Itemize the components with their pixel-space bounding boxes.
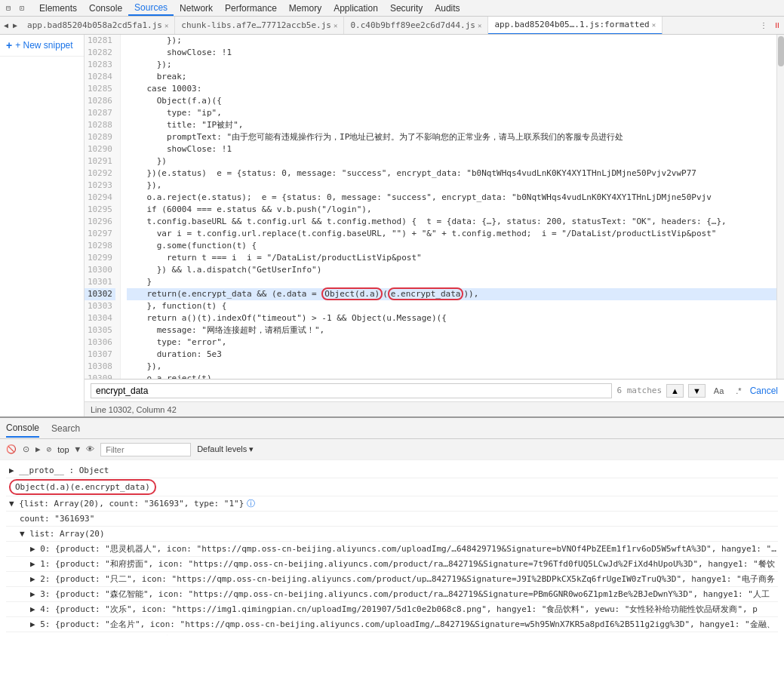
line-number-10285: 10285 <box>85 83 115 95</box>
vertical-scrollbar[interactable] <box>776 35 784 379</box>
code-line-10297: var i = t.config.url.replace(t.config.ba… <box>127 228 776 240</box>
highlight-oval-1: Object(d.a) <box>321 287 383 300</box>
code-line-10291: }) <box>127 155 776 167</box>
scrollbar-thumb[interactable] <box>778 36 784 66</box>
devtools-tabs: Elements Console Sources Network Perform… <box>33 1 781 16</box>
highlight-oval-2: e.encrypt_data <box>388 287 464 300</box>
search-input[interactable] <box>91 383 612 398</box>
bottom-tab-search[interactable]: Search <box>51 420 80 437</box>
default-levels-label[interactable]: Default levels ▾ <box>197 444 254 454</box>
line-number-10288: 10288 <box>85 119 115 131</box>
file-tab-1-close[interactable]: ✕ <box>334 22 337 29</box>
console-output[interactable]: ▶ __proto__ : ObjectObject(d.a)(e.encryp… <box>0 460 784 635</box>
code-line-10303: }, function(t) { <box>127 300 776 312</box>
file-tab-0[interactable]: app.bad85204b058a2cd5fa1.js ✕ <box>21 17 175 35</box>
line-number-10284: 10284 <box>85 71 115 83</box>
code-line-10292: })(e.status) e = {status: 0, message: "s… <box>127 167 776 180</box>
eye-icon[interactable]: 👁 <box>86 444 94 454</box>
line-number-10297: 10297 <box>85 228 115 240</box>
file-tab-3-close[interactable]: ✕ <box>652 21 656 29</box>
code-line-10293: }), <box>127 180 776 192</box>
file-nav-left: ◀ ▶ <box>0 21 21 29</box>
tab-elements[interactable]: Elements <box>33 2 83 15</box>
code-line-10288: title: "IP被封", <box>127 119 776 131</box>
tab-sources[interactable]: Sources <box>128 1 174 16</box>
info-icon: ⓘ <box>247 497 255 510</box>
inspect-icon[interactable]: ⊡ <box>17 3 27 14</box>
filetab-more[interactable]: ⋮ <box>757 21 770 29</box>
line-number-10298: 10298 <box>85 240 115 252</box>
bottom-toolbar: 🚫 ⊙ ▶ ⊘ top ▼ 👁 Default levels ▾ <box>0 439 784 460</box>
search-prev-button[interactable]: ▲ <box>666 384 684 398</box>
file-tab-1-label: chunk-libs.af7e…77712accb5e.js <box>181 20 331 30</box>
devtools-top-bar: ⊟ ⊡ Elements Console Sources Network Per… <box>0 0 784 17</box>
search-matchcase-button[interactable]: Aa <box>710 384 727 398</box>
execute-icon: ▶ <box>35 444 41 454</box>
line-number-10308: 10308 <box>85 361 115 373</box>
filetab-nav-left[interactable]: ◀ <box>2 21 11 29</box>
file-tabs-bar: ◀ ▶ app.bad85204b058a2cd5fa1.js ✕ chunk-… <box>0 17 784 35</box>
line-number-10289: 10289 <box>85 131 115 143</box>
search-cancel-button[interactable]: Cancel <box>750 386 778 396</box>
line-number-10286: 10286 <box>85 95 115 107</box>
code-line-10290: showClose: !1 <box>127 143 776 155</box>
code-line-10305: message: "网络连接超时，请稍后重试！", <box>127 324 776 336</box>
tab-application[interactable]: Application <box>327 2 384 15</box>
console-text-9: ▶ 4: {product: "次乐", icon: "https://img1… <box>30 603 778 616</box>
tab-memory[interactable]: Memory <box>283 2 327 15</box>
tab-console[interactable]: Console <box>83 2 128 15</box>
line-number-10295: 10295 <box>85 204 115 216</box>
clear-console-button[interactable]: 🚫 <box>6 444 17 454</box>
new-snippet-label: + New snippet <box>15 40 72 51</box>
line-number-10303: 10303 <box>85 300 115 312</box>
console-line-1: Object(d.a)(e.encrypt_data) <box>6 478 778 496</box>
top-of-console-button[interactable]: ⊙ <box>23 444 29 454</box>
line-numbers: 1028110282102831028410285102861028710288… <box>85 35 121 379</box>
console-obj-text: ▼ {list: Array(20), count: "361693", typ… <box>9 497 244 510</box>
console-text-10: ▶ 5: {product: "企名片", icon: "https://qmp… <box>30 618 778 631</box>
console-line-7: ▶ 2: {product: "只二", icon: "https://qmp.… <box>6 572 778 587</box>
dock-icon[interactable]: ⊟ <box>3 3 14 14</box>
console-text-6: ▶ 1: {product: "和府捞面", icon: "https://qm… <box>30 558 778 570</box>
bottom-tab-console[interactable]: Console <box>6 419 39 438</box>
console-text-7: ▶ 2: {product: "只二", icon: "https://qmp.… <box>30 573 778 585</box>
tab-performance[interactable]: Performance <box>219 2 283 15</box>
line-number-10290: 10290 <box>85 143 115 155</box>
code-line-10306: type: "error", <box>127 336 776 349</box>
new-snippet-button[interactable]: + + New snippet <box>0 35 84 57</box>
bottom-tabs: Console Search <box>0 418 784 439</box>
file-tab-2-label: 0.c40b9bff89ee2c6d7d44.js <box>350 20 475 30</box>
line-number-10294: 10294 <box>85 192 115 204</box>
console-line-2: ▼ {list: Array(20), count: "361693", typ… <box>6 496 778 512</box>
code-content[interactable]: }); showClose: !1 }); break; case 10003:… <box>121 35 776 379</box>
status-text: Line 10302, Column 42 <box>91 405 177 414</box>
file-tab-0-label: app.bad85204b058a2cd5fa1.js <box>27 20 162 30</box>
code-line-10300: }) && l.a.dispatch("GetUserInfo") <box>127 264 776 276</box>
editor-container[interactable]: 1028110282102831028410285102861028710288… <box>85 35 784 379</box>
file-tab-0-close[interactable]: ✕ <box>164 22 168 29</box>
line-number-10281: 10281 <box>85 35 115 47</box>
line-number-10306: 10306 <box>85 336 115 349</box>
console-line-3: count: "361693" <box>6 512 778 527</box>
file-tab-2-close[interactable]: ✕ <box>478 22 481 29</box>
console-text-5: ▶ 0: {product: "思灵机器人", icon: "https://q… <box>30 542 778 555</box>
line-number-10305: 10305 <box>85 324 115 336</box>
filetab-pause[interactable]: ⏸ <box>770 21 784 29</box>
search-next-button[interactable]: ▼ <box>688 384 706 398</box>
search-regex-button[interactable]: .* <box>732 384 745 398</box>
code-line-10307: duration: 5e3 <box>127 349 776 361</box>
file-tab-1[interactable]: chunk-libs.af7e…77712accb5e.js ✕ <box>175 17 344 35</box>
code-line-10299: return t === i i = "/DataList/productLis… <box>127 252 776 264</box>
line-number-10301: 10301 <box>85 276 115 288</box>
top-dropdown-icon[interactable]: ▼ <box>75 444 81 454</box>
file-tab-3[interactable]: app.bad85204b05….1.js:formatted ✕ <box>488 17 663 35</box>
tab-network[interactable]: Network <box>174 2 219 15</box>
file-tab-2[interactable]: 0.c40b9bff89ee2c6d7d44.js ✕ <box>344 17 488 35</box>
filter-input[interactable] <box>100 443 191 456</box>
code-area: 1028110282102831028410285102861028710288… <box>85 35 784 416</box>
tab-audits[interactable]: Audits <box>429 2 466 15</box>
line-number-10300: 10300 <box>85 264 115 276</box>
line-number-10291: 10291 <box>85 155 115 167</box>
filetab-nav-right[interactable]: ▶ <box>11 21 20 29</box>
tab-security[interactable]: Security <box>384 2 429 15</box>
